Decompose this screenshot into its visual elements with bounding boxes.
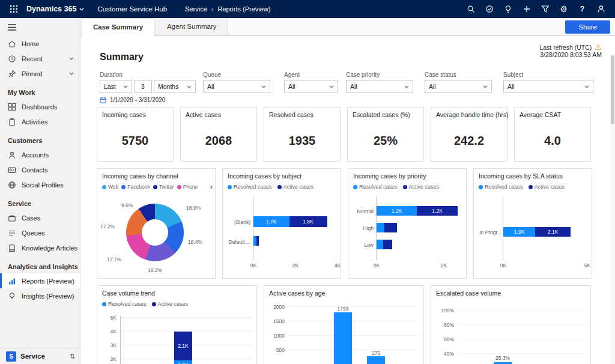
queue-select[interactable]: All [203,80,270,93]
sidebar-item-contacts[interactable]: Contacts [0,162,80,177]
active-bar-segment[interactable] [383,240,392,249]
y-axis-line [120,316,121,364]
duration-value-input[interactable]: 3 [134,80,152,93]
legend-item-active[interactable]: Active cases [403,184,440,190]
updown-arrows-icon[interactable]: ⇅ [70,353,75,360]
kpi-value: 1935 [264,134,340,148]
sidebar-item-reports-preview[interactable]: Reports (Preview) [0,273,80,288]
legend-item-resolved[interactable]: Resolved cases [479,184,523,190]
last-refresh-label: Last refresh (UTC) [539,44,592,51]
agent-select[interactable]: All [284,80,338,93]
filter-icon[interactable] [537,2,553,16]
legend-item-resolved[interactable]: Resolved cases [228,184,272,190]
sidebar-area-switcher[interactable]: S Service ⇅ [0,348,80,364]
kpi-value: 4.0 [515,134,590,148]
donut-chart[interactable] [126,204,184,261]
sidebar-item-social-profiles[interactable]: Social Profiles [0,177,80,192]
sidebar-item-activities[interactable]: Activities [0,114,80,129]
resolved-bar-segment[interactable]: 1.2K [377,206,417,216]
chart-title: Incoming cases by subject [228,172,301,180]
pin-icon [8,70,16,78]
case-status-select[interactable]: All [425,80,492,93]
x-tick: 4K [330,262,341,268]
settings-gear-icon[interactable]: ⚙ [556,2,572,16]
legend-item-active[interactable]: Active cases [277,184,314,190]
breadcrumb-page[interactable]: Reports (Preview) [217,5,270,13]
tab-case-summary[interactable]: Case Summary [82,18,154,36]
lightbulb-icon[interactable] [500,2,516,16]
app-title[interactable]: Dynamics 365 [26,5,84,13]
resolved-bar-segment[interactable] [377,240,383,249]
column-bar[interactable] [367,356,385,364]
chart-legend: Web Facebook Twitter Phone [102,184,198,190]
help-icon[interactable]: ? [574,2,590,16]
chevron-down-icon[interactable] [69,57,74,60]
sidebar-collapse-icon[interactable] [0,18,80,36]
duration-unit-select[interactable]: Months [154,80,196,93]
active-bar-segment[interactable]: 1.2K [417,206,457,216]
resolved-bar-segment[interactable]: 1.7K [253,216,289,227]
active-bar-segment[interactable]: 1.8K [289,216,327,227]
filter-label: Case priority [346,71,413,78]
sidebar-item-accounts[interactable]: Accounts [0,147,80,162]
sidebar-item-label: Queues [22,229,45,237]
duration-operator-select[interactable]: Last [100,80,132,93]
legend-label: Active cases [283,184,314,190]
plus-icon[interactable] [518,2,535,16]
scrollbar-thumb[interactable] [611,55,614,124]
sidebar-item-insights-preview[interactable]: Insights (Preview) [0,288,80,303]
app-launcher-icon[interactable] [6,2,22,16]
chart-legend: Resolved cases Active cases [228,184,314,190]
user-avatar-icon[interactable] [593,2,609,16]
active-bar-segment[interactable] [384,223,397,232]
sidebar-item-dashboards[interactable]: Dashboards [0,99,80,114]
legend-label: Resolved cases [234,184,272,190]
kpi-label: Incoming cases [102,111,146,118]
charts-row: Incoming cases by channel Web Facebook T… [97,168,592,279]
select-value: All [429,83,436,90]
kpi-card-avg-csat: Average CSAT 4.0 [514,107,591,162]
warning-icon[interactable]: ⚠ [595,43,602,51]
area-label: Service [20,353,45,360]
tab-agent-summary[interactable]: Agent Summary [156,17,228,35]
breadcrumb-section[interactable]: Service [185,5,207,13]
sidebar-item-pinned[interactable]: Pinned [0,66,80,81]
legend-item-active[interactable]: Active cases [152,301,189,307]
resolved-bar-segment[interactable] [377,223,384,232]
kpi-value: 2068 [181,134,256,148]
active-column-segment[interactable]: 2.1K [174,332,192,360]
subject-select[interactable]: All [503,80,593,93]
sidebar-item-recent[interactable]: Recent [0,51,80,66]
legend-more-icon[interactable]: › [210,183,213,191]
chart-title: Case volume trend [102,290,155,297]
hub-title[interactable]: Customer Service Hub [97,5,167,13]
legend-item-facebook[interactable]: Facebook [121,184,150,190]
y-tick: 3K [101,342,117,348]
bar-row: 1.9K 2.1K [503,227,587,237]
share-button[interactable]: Share [565,20,610,34]
legend-item-phone[interactable]: Phone [177,184,198,190]
legend-item-twitter[interactable]: Twitter [153,184,174,190]
sidebar-item-cases[interactable]: Cases [0,210,80,225]
legend-item-resolved[interactable]: Resolved cases [353,184,398,190]
sidebar-item-queues[interactable]: Queues [0,225,80,240]
sidebar-section-my-work: My Work [0,81,80,99]
topbar-actions: ⚙ ? [462,2,609,16]
column-bar[interactable] [334,312,352,364]
case-priority-select[interactable]: All [346,80,413,93]
chart-legend: Resolved cases Active cases [102,301,188,307]
legend-item-resolved[interactable]: Resolved cases [102,301,147,307]
active-bar-segment[interactable]: 2.1K [535,227,571,237]
legend-dot [121,185,126,189]
sidebar-item-knowledge-articles[interactable]: Knowledge Articles [0,240,80,255]
resolved-column-segment[interactable]: 1.9K [174,360,192,364]
legend-item-web[interactable]: Web [102,184,118,190]
resolved-bar-segment[interactable]: 1.9K [503,227,535,237]
sidebar-item-home[interactable]: Home [0,36,80,51]
active-bar-segment[interactable] [256,236,259,246]
vertical-scrollbar[interactable] [610,54,615,364]
chevron-down-icon[interactable] [69,72,74,75]
search-icon[interactable] [462,2,479,16]
checkmark-circle-icon[interactable] [481,2,497,16]
legend-item-active[interactable]: Active cases [529,184,565,190]
